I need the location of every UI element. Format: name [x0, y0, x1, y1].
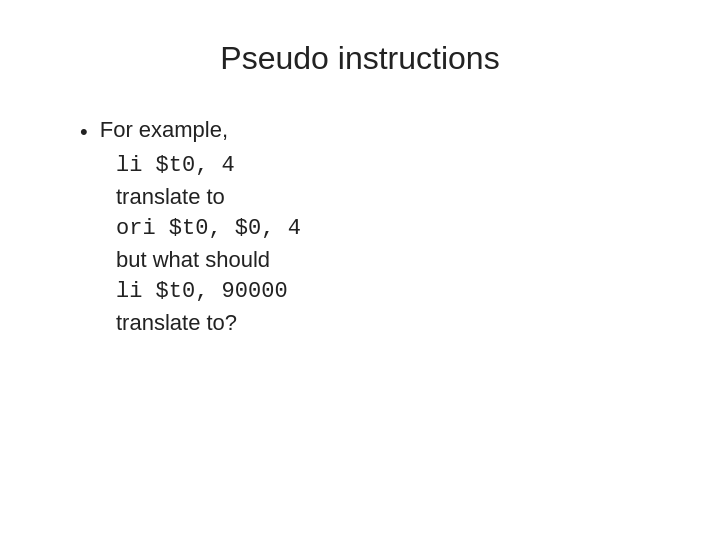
translate-to-text: translate to	[116, 184, 660, 210]
code-line-2: ori $t0, $0, 4	[116, 216, 660, 241]
translate-to-question-text: translate to?	[116, 310, 660, 336]
slide-title: Pseudo instructions	[60, 40, 660, 77]
bullet-item-1: • For example,	[80, 117, 660, 145]
code-line-1: li $t0, 4	[116, 153, 660, 178]
bullet-dot: •	[80, 119, 88, 145]
bullet-text-1: For example,	[100, 117, 228, 143]
code-line-3: li $t0, 90000	[116, 279, 660, 304]
slide: Pseudo instructions • For example, li $t…	[0, 0, 720, 540]
slide-content: • For example, li $t0, 4 translate to or…	[60, 117, 660, 342]
but-what-should-text: but what should	[116, 247, 660, 273]
